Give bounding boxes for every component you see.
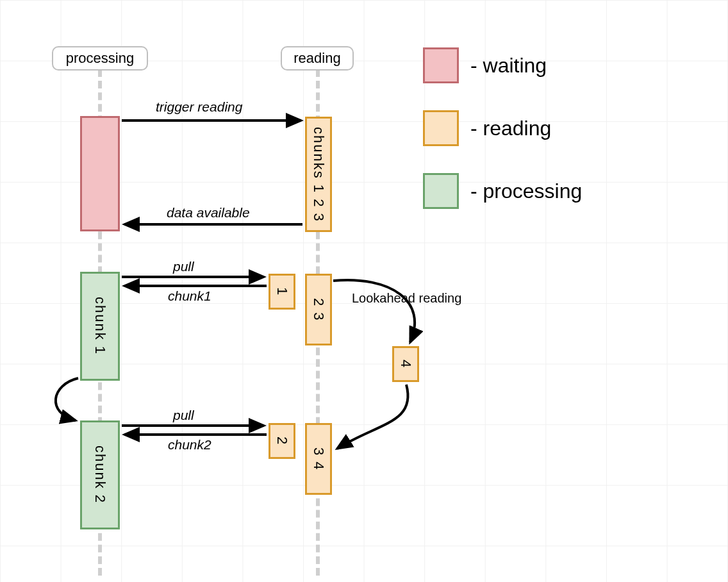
block-buf2: 2 (269, 423, 295, 459)
block-proc-chunk1-label: chunk 1 (92, 297, 108, 355)
legend-label-processing: - processing (470, 179, 582, 203)
block-chunks-123: chunks 1 2 3 (305, 117, 332, 232)
block-buf4: 4 (392, 346, 419, 382)
legend-swatch-processing (423, 173, 459, 209)
block-buf34: 3 4 (305, 423, 332, 495)
block-chunks-123-label: chunks 1 2 3 (310, 127, 327, 222)
block-buf23: 2 3 (305, 274, 332, 345)
label-chunk1-return: chunk1 (168, 288, 211, 304)
legend-row-reading: - reading (423, 110, 582, 146)
block-waiting (80, 116, 120, 231)
block-buf2-label: 2 (274, 436, 290, 445)
block-buf23-label: 2 3 (310, 298, 327, 322)
legend-row-processing: - processing (423, 173, 582, 209)
label-lookahead: Lookahead reading (352, 291, 461, 306)
label-pull1: pull (173, 259, 194, 274)
lane-head-processing: processing (52, 46, 148, 71)
block-buf4-label: 4 (397, 360, 414, 369)
lane-head-reading-label: reading (294, 50, 340, 66)
block-proc-chunk1: chunk 1 (80, 272, 120, 381)
diagram-canvas: processing reading chunks 1 2 3 chunk 1 … (0, 0, 728, 582)
legend-swatch-waiting (423, 47, 459, 83)
legend-label-reading: - reading (470, 117, 551, 140)
label-chunk2-return: chunk2 (168, 437, 211, 453)
legend-label-waiting: - waiting (470, 54, 547, 78)
legend-row-waiting: - waiting (423, 47, 582, 83)
block-proc-chunk2: chunk 2 (80, 420, 120, 529)
block-proc-chunk2-label: chunk 2 (92, 445, 108, 504)
label-trigger-reading: trigger reading (156, 99, 242, 115)
block-buf34-label: 3 4 (310, 447, 327, 471)
label-data-available: data available (167, 205, 250, 220)
label-pull2: pull (173, 408, 194, 423)
block-buf1-label: 1 (274, 287, 290, 296)
lane-head-processing-label: processing (66, 50, 134, 66)
block-buf1: 1 (269, 274, 295, 310)
legend-swatch-reading (423, 110, 459, 146)
lane-head-reading: reading (281, 46, 354, 71)
legend: - waiting - reading - processing (423, 47, 582, 236)
